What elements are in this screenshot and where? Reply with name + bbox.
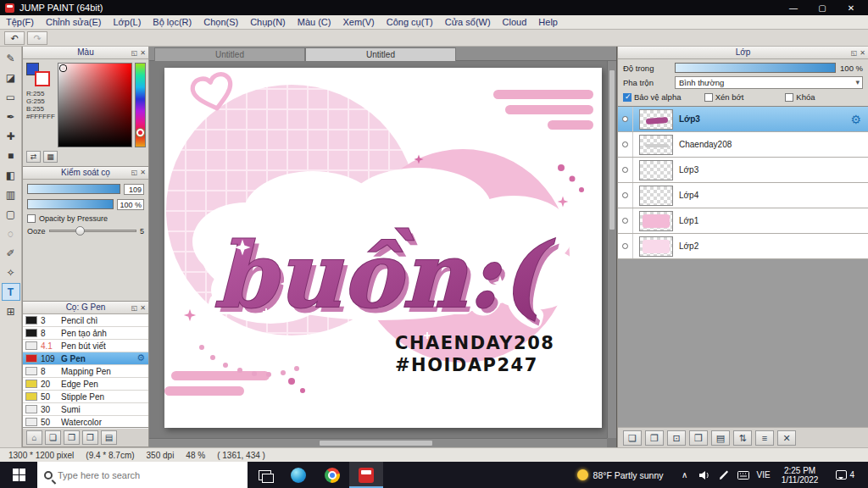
zoom-grid-tool[interactable]: ⊞: [2, 302, 20, 320]
gradient-tool[interactable]: ▥: [2, 186, 20, 203]
hue-slider[interactable]: [135, 63, 146, 147]
layer-duplicate-button[interactable]: ❐: [645, 430, 664, 446]
brush-list-item[interactable]: 30 Sumi: [23, 403, 148, 416]
close-button[interactable]: ✕: [839, 3, 863, 13]
layer-visibility-toggle[interactable]: [618, 183, 633, 208]
brush-size-slider[interactable]: [27, 184, 120, 194]
taskbar-search[interactable]: [37, 462, 248, 488]
brush-size-value[interactable]: 109: [124, 184, 144, 195]
hue-marker[interactable]: [136, 129, 144, 136]
layer-visibility-toggle[interactable]: [618, 132, 633, 157]
menu-item[interactable]: Bộ lọc(R): [147, 17, 198, 27]
panel-close-icon[interactable]: ✕: [860, 47, 865, 59]
menu-item[interactable]: Help: [532, 17, 564, 27]
layer-option[interactable]: Xén bớt: [704, 92, 782, 102]
layer-visibility-toggle[interactable]: [618, 234, 633, 258]
layer-option-checkbox[interactable]: [623, 93, 632, 102]
menu-item[interactable]: Tệp(F): [0, 17, 40, 27]
layer-row[interactable]: Chaenday208 ⚙: [618, 132, 868, 158]
move-tool[interactable]: ✚: [2, 127, 20, 145]
select-pen-tool[interactable]: ✐: [2, 244, 20, 262]
weather-widget[interactable]: 88°F Partly sunny: [569, 462, 672, 488]
panel-close-icon[interactable]: ✕: [140, 302, 146, 314]
brush-list-item[interactable]: 8 Pen tạo ảnh: [23, 327, 148, 340]
brush-list-item[interactable]: 50 Watercolor: [23, 416, 148, 428]
language-indicator[interactable]: VIE: [757, 470, 771, 480]
brush-home-button[interactable]: ⌂: [26, 430, 42, 445]
text-tool[interactable]: T: [2, 283, 20, 301]
document-tab[interactable]: Untitled: [305, 47, 456, 61]
menu-item[interactable]: Chọn(S): [198, 17, 244, 27]
select-tool[interactable]: ▢: [2, 205, 20, 223]
eraser-tool[interactable]: ◪: [2, 69, 20, 86]
taskbar-clock[interactable]: 2:25 PM 1/11/2022: [778, 466, 822, 485]
layer-option-checkbox[interactable]: [785, 93, 793, 102]
canvas-horizontal-scrollbar[interactable]: [149, 438, 607, 447]
menu-item[interactable]: Xem(V): [337, 17, 380, 27]
brush-list-item[interactable]: 50 Stipple Pen: [23, 391, 148, 403]
lasso-select-tool[interactable]: ◌: [2, 225, 20, 242]
panel-popout-icon[interactable]: ◱: [131, 167, 138, 179]
sv-marker[interactable]: [60, 65, 66, 71]
horizontal-scroll-thumb[interactable]: [319, 440, 433, 446]
magic-wand-tool[interactable]: ✧: [2, 263, 20, 281]
panel-popout-icon[interactable]: ◱: [131, 302, 138, 314]
layer-merge-button[interactable]: ≡: [755, 430, 774, 446]
layer-add-folder-button[interactable]: ❒: [689, 430, 708, 446]
brush-list-item[interactable]: 109 G Pen: [23, 352, 148, 365]
layer-visibility-toggle[interactable]: [618, 208, 633, 233]
ooze-slider-handle[interactable]: [75, 226, 85, 236]
canvas-viewport[interactable]: buồn:( buồn:( buồn:(: [149, 61, 607, 438]
brush-list-item[interactable]: 3 Pencil chì: [23, 314, 148, 327]
document-tab[interactable]: Untitled: [154, 47, 305, 61]
jump-paint-taskbar-button[interactable]: [349, 462, 383, 488]
shape-tool[interactable]: ■: [2, 147, 20, 164]
brush-list-item[interactable]: 20 Edge Pen: [23, 378, 148, 391]
start-button[interactable]: [0, 462, 37, 488]
layer-visibility-toggle[interactable]: [618, 107, 633, 131]
layer-row[interactable]: Lớp3 ⚙: [618, 158, 868, 183]
brush-new-button[interactable]: ❏: [45, 430, 61, 445]
layer-row[interactable]: Lớp2 ⚙: [618, 234, 868, 259]
menu-item[interactable]: Lớp(L): [107, 17, 147, 27]
layer-settings-gear-icon[interactable]: ⚙: [850, 113, 861, 126]
brush-folder-button[interactable]: ▤: [101, 430, 117, 445]
canvas-paper[interactable]: buồn:( buồn:( buồn:(: [164, 68, 602, 428]
brush-opacity-slider[interactable]: [27, 199, 114, 209]
pen-tool[interactable]: ✎: [2, 49, 20, 67]
fill-tool[interactable]: ◧: [2, 166, 20, 184]
maximize-button[interactable]: ▢: [810, 3, 834, 13]
ink-pen-tool[interactable]: ✒: [2, 108, 20, 125]
edge-taskbar-button[interactable]: [281, 462, 315, 488]
chrome-taskbar-button[interactable]: [315, 462, 349, 488]
layer-visibility-toggle[interactable]: [618, 158, 633, 182]
vertical-scroll-thumb[interactable]: [609, 69, 615, 230]
layer-new-button[interactable]: ❏: [623, 430, 642, 446]
layer-transfer-button[interactable]: ⇅: [733, 430, 752, 446]
layer-option[interactable]: Khóa: [785, 92, 863, 102]
layer-option-checkbox[interactable]: [704, 93, 713, 102]
opacity-by-pressure-checkbox[interactable]: [27, 214, 36, 223]
layer-folder-button[interactable]: ▤: [711, 430, 730, 446]
keyboard-icon[interactable]: [737, 471, 749, 480]
panel-close-icon[interactable]: ✕: [140, 47, 146, 59]
canvas-artwork[interactable]: buồn:( buồn:( buồn:(: [164, 68, 602, 428]
layer-delete-button[interactable]: ✕: [777, 430, 796, 446]
brush-opacity-value[interactable]: 100 %: [117, 199, 144, 210]
canvas-vertical-scrollbar[interactable]: [607, 61, 616, 438]
saturation-value-picker[interactable]: [58, 63, 132, 147]
task-view-button[interactable]: [248, 462, 281, 488]
brush-duplicate-button[interactable]: ❐: [64, 430, 80, 445]
minimize-button[interactable]: —: [782, 3, 805, 13]
rect-tool[interactable]: ▭: [2, 88, 20, 106]
brush-import-button[interactable]: ❒: [82, 430, 98, 445]
layer-row[interactable]: Lớp3 ⚙: [618, 107, 868, 132]
brush-list-item[interactable]: 8 Mapping Pen: [23, 365, 148, 378]
volume-icon[interactable]: [698, 470, 710, 480]
layer-option[interactable]: Bảo vệ alpha: [623, 92, 701, 102]
menu-item[interactable]: Cửa sổ(W): [439, 17, 497, 27]
action-center-button[interactable]: 4: [829, 470, 861, 480]
undo-button[interactable]: ↶: [4, 31, 25, 45]
foreground-color-swatch[interactable]: [35, 71, 50, 86]
brush-list-item[interactable]: 4.1 Pen bút viết: [23, 340, 148, 352]
